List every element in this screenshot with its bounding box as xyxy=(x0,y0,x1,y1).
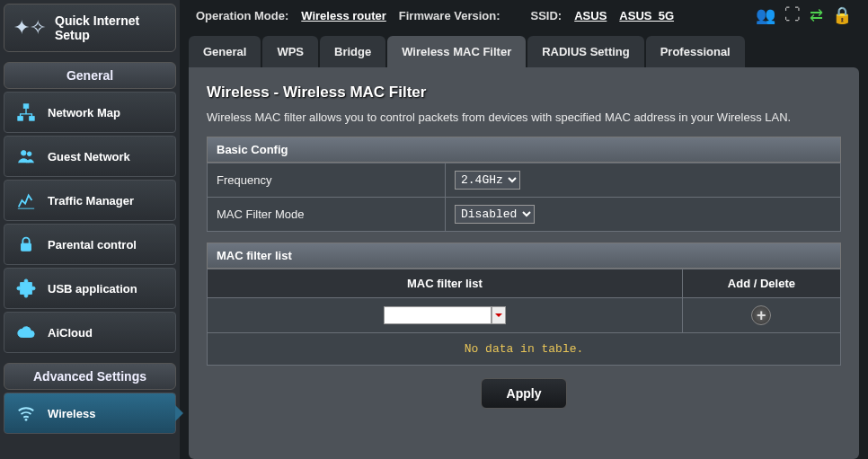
op-mode-label: Operation Mode: xyxy=(196,9,288,22)
topbar: Operation Mode: Wireless router Firmware… xyxy=(189,0,859,31)
mode-select[interactable]: Disabled xyxy=(455,205,535,224)
svg-rect-5 xyxy=(22,243,31,251)
apply-button[interactable]: Apply xyxy=(481,378,568,409)
sidebar-item-label: Wireless xyxy=(48,407,95,420)
maclist-header: MAC filter list xyxy=(207,243,841,269)
tab-radius[interactable]: RADIUS Setting xyxy=(527,36,644,67)
ssid-2[interactable]: ASUS_5G xyxy=(619,9,674,22)
wand-icon: ✦✧ xyxy=(13,16,46,40)
fw-label: Firmware Version: xyxy=(399,9,500,22)
svg-rect-0 xyxy=(23,104,29,109)
maclist-table: MAC filter list Add / Delete + xyxy=(207,269,841,333)
lock-icon xyxy=(15,234,37,255)
guest-network-icon xyxy=(15,146,37,167)
svg-point-4 xyxy=(27,152,31,156)
svg-point-3 xyxy=(22,151,27,156)
tab-mac-filter[interactable]: Wireless MAC Filter xyxy=(387,36,526,67)
op-mode-value[interactable]: Wireless router xyxy=(301,9,386,22)
network-icon[interactable]: ⛶ xyxy=(784,5,801,25)
page-description: Wireless MAC filter allows you to contro… xyxy=(207,110,841,124)
add-button[interactable]: + xyxy=(751,305,771,325)
tab-bridge[interactable]: Bridge xyxy=(320,36,385,67)
tab-professional[interactable]: Professional xyxy=(646,36,745,67)
wifi-icon xyxy=(15,402,37,424)
lock-status-icon[interactable]: 🔒 xyxy=(832,5,852,25)
tabs: General WPS Bridge Wireless MAC Filter R… xyxy=(189,36,859,67)
col-list: MAC filter list xyxy=(208,269,683,298)
tab-wps[interactable]: WPS xyxy=(262,36,318,67)
basic-config-header: Basic Config xyxy=(207,137,841,163)
sidebar-item-traffic-manager[interactable]: Traffic Manager xyxy=(4,180,176,221)
ssid-label: SSID: xyxy=(531,9,562,22)
mac-dropdown-button[interactable] xyxy=(492,306,506,324)
sidebar-item-usb-application[interactable]: USB application xyxy=(4,268,176,309)
cloud-icon xyxy=(15,322,37,343)
tab-general[interactable]: General xyxy=(189,36,261,67)
section-general: General xyxy=(4,62,176,89)
empty-message: No data in table. xyxy=(207,333,841,366)
col-action: Add / Delete xyxy=(682,269,840,298)
sidebar-item-label: AiCloud xyxy=(48,326,93,340)
svg-rect-2 xyxy=(30,117,34,121)
traffic-manager-icon xyxy=(15,190,37,211)
content-panel: Wireless - Wireless MAC Filter Wireless … xyxy=(189,67,859,459)
page-title: Wireless - Wireless MAC Filter xyxy=(207,84,841,102)
mac-address-input[interactable] xyxy=(384,306,492,324)
sidebar-item-aicloud[interactable]: AiCloud xyxy=(4,312,176,353)
network-map-icon xyxy=(15,102,37,123)
sidebar-item-guest-network[interactable]: Guest Network xyxy=(4,136,176,177)
sidebar-item-label: Guest Network xyxy=(48,150,130,163)
sidebar-item-label: USB application xyxy=(48,282,137,296)
frequency-label: Frequency xyxy=(208,163,446,198)
section-advanced: Advanced Settings xyxy=(4,363,176,390)
usb-icon[interactable]: ⇄ xyxy=(810,5,823,25)
sidebar-item-label: Parental control xyxy=(48,238,137,252)
sidebar-item-network-map[interactable]: Network Map xyxy=(4,92,176,133)
sidebar-item-label: Traffic Manager xyxy=(48,194,134,207)
puzzle-icon xyxy=(15,278,37,299)
table-row: + xyxy=(208,298,841,333)
basic-config-table: Frequency 2.4GHz MAC Filter Mode Disable… xyxy=(207,163,841,232)
frequency-select[interactable]: 2.4GHz xyxy=(455,171,520,190)
clients-icon[interactable]: 👥 xyxy=(756,5,775,25)
quick-internet-setup[interactable]: ✦✧ Quick Internet Setup xyxy=(4,4,176,52)
sidebar-item-wireless[interactable]: Wireless xyxy=(4,393,176,434)
qis-label: Quick Internet Setup xyxy=(55,13,166,42)
mode-label: MAC Filter Mode xyxy=(208,198,446,232)
svg-rect-1 xyxy=(18,117,23,121)
svg-point-6 xyxy=(25,419,28,421)
ssid-1[interactable]: ASUS xyxy=(574,9,607,22)
sidebar-item-label: Network Map xyxy=(48,106,120,119)
sidebar-item-parental-control[interactable]: Parental control xyxy=(4,224,176,265)
